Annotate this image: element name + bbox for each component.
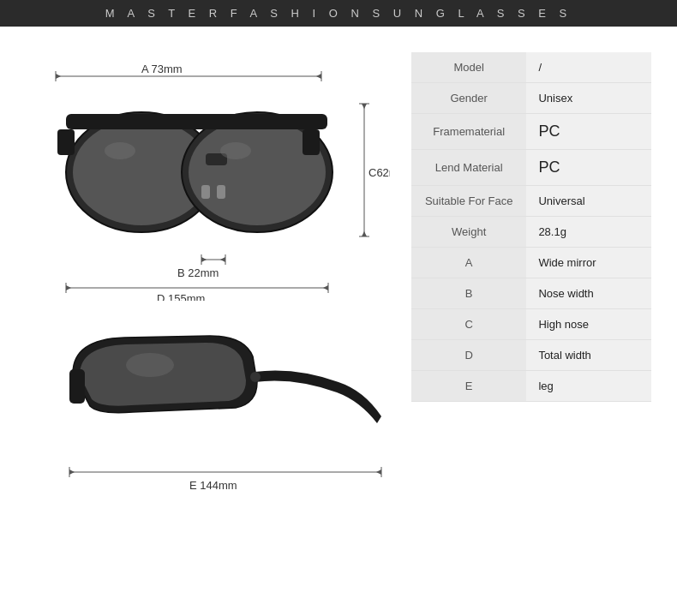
spec-table: Model/GenderUnisexFramematerialPCLend Ma…	[411, 52, 651, 402]
spec-value: High nose	[526, 309, 651, 340]
spec-key: B	[411, 278, 526, 309]
svg-marker-25	[201, 257, 207, 262]
spec-key: Lend Material	[411, 150, 526, 186]
spec-table-panel: Model/GenderUnisexFramematerialPCLend Ma…	[411, 52, 651, 593]
spec-value: /	[526, 52, 651, 83]
svg-rect-32	[69, 369, 85, 404]
spec-value: PC	[526, 150, 651, 186]
site-header: M A S T E R F A S H I O N S U N G L A S …	[0, 0, 677, 27]
b-measurement-label: B 22mm	[177, 266, 219, 279]
svg-rect-16	[57, 129, 75, 155]
spec-value: leg	[526, 371, 651, 402]
spec-value: Wide mirror	[526, 248, 651, 278]
spec-key: Weight	[411, 217, 526, 248]
site-title: M A S T E R F A S H I O N S U N G L A S …	[105, 7, 572, 20]
main-content: A 73mm C62mm	[0, 27, 677, 610]
spec-key: Model	[411, 52, 526, 83]
spec-key: E	[411, 371, 526, 402]
spec-key: C	[411, 309, 526, 340]
d-measurement-label: D 155mm	[157, 292, 205, 301]
spec-row: Weight28.1g	[411, 217, 651, 248]
spec-value: Nose width	[526, 278, 651, 309]
svg-marker-4	[316, 74, 321, 79]
svg-marker-31	[323, 285, 328, 290]
svg-point-34	[126, 353, 174, 377]
svg-marker-38	[69, 469, 75, 475]
front-view-svg: A 73mm C62mm	[30, 52, 390, 301]
spec-value: Unisex	[526, 83, 651, 114]
svg-marker-26	[220, 257, 225, 262]
spec-value: Total width	[526, 340, 651, 371]
spec-row: CHigh nose	[411, 309, 651, 340]
spec-key: D	[411, 340, 526, 371]
spec-row: DTotal width	[411, 340, 651, 371]
spec-row: AWide mirror	[411, 248, 651, 278]
spec-row: GenderUnisex	[411, 83, 651, 114]
svg-rect-19	[217, 185, 225, 199]
svg-marker-8	[362, 104, 367, 109]
spec-row: Suitable For FaceUniversal	[411, 186, 651, 217]
svg-marker-9	[362, 231, 367, 236]
side-view-svg: E 144mm	[30, 305, 390, 493]
spec-key: Gender	[411, 83, 526, 114]
spec-row: Lend MaterialPC	[411, 150, 651, 186]
svg-rect-17	[303, 129, 320, 155]
spec-value: PC	[526, 114, 651, 150]
svg-point-20	[105, 142, 135, 159]
left-panel: A 73mm C62mm	[26, 52, 394, 593]
front-view-diagram: A 73mm C62mm	[30, 52, 390, 301]
a-measurement-label: A 73mm	[141, 63, 183, 75]
side-view-diagram: E 144mm	[30, 305, 390, 493]
spec-value: 28.1g	[526, 217, 651, 248]
c-measurement-label: C62mm	[368, 166, 390, 179]
svg-marker-3	[56, 74, 61, 79]
e-measurement-label: E 144mm	[189, 479, 237, 492]
spec-key: Suitable For Face	[411, 186, 526, 217]
spec-key: Framematerial	[411, 114, 526, 150]
svg-point-33	[250, 372, 261, 382]
spec-value: Universal	[526, 186, 651, 217]
svg-point-21	[220, 142, 251, 159]
svg-marker-30	[66, 285, 71, 290]
spec-key: A	[411, 248, 526, 278]
spec-row: FramematerialPC	[411, 114, 651, 150]
spec-row: BNose width	[411, 278, 651, 309]
svg-rect-15	[66, 114, 327, 129]
svg-rect-18	[201, 185, 210, 199]
spec-row: Model/	[411, 52, 651, 83]
svg-marker-39	[376, 469, 381, 475]
spec-row: Eleg	[411, 371, 651, 402]
